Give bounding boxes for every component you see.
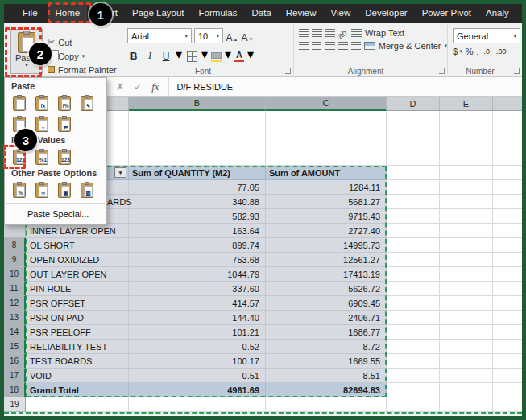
number-format-combo[interactable]: General▾	[453, 28, 520, 43]
paste-formulas-icon[interactable]: fx	[32, 94, 52, 112]
align-center-icon[interactable]	[312, 42, 321, 50]
borders-button[interactable]	[185, 47, 198, 62]
cell[interactable]	[440, 282, 493, 296]
paste-formatting-icon[interactable]: %	[10, 181, 29, 199]
cell[interactable]	[440, 325, 493, 340]
font-family-combo[interactable]: Arial▾	[127, 28, 192, 43]
insert-function-icon[interactable]: fx	[151, 80, 159, 93]
cell[interactable]	[387, 282, 440, 296]
cell-label[interactable]: TEST BOARDS	[26, 354, 129, 369]
format-painter-button[interactable]: Format Painter	[48, 64, 117, 76]
font-size-combo[interactable]: 10▾	[194, 28, 223, 43]
tab-analy[interactable]: Analy	[478, 4, 516, 23]
cell-label[interactable]: INNER LAYER OPEN	[26, 224, 129, 238]
cell-label[interactable]: OPEN OXIDIZED	[26, 253, 129, 267]
italic-button[interactable]: I	[143, 47, 156, 62]
cell-quantity[interactable]: 337.60	[129, 282, 266, 296]
underline-button[interactable]: U	[159, 47, 172, 62]
cell[interactable]	[387, 340, 440, 354]
cell[interactable]	[387, 311, 440, 325]
paste-special-item[interactable]: Paste Special...	[5, 206, 106, 222]
align-bottom-icon[interactable]	[325, 29, 335, 37]
cell-quantity[interactable]: 899.74	[129, 238, 266, 253]
grow-font-button[interactable]: A▲	[226, 29, 238, 43]
cell[interactable]	[493, 383, 522, 397]
cell[interactable]	[387, 325, 440, 340]
align-middle-icon[interactable]	[312, 29, 322, 37]
cell[interactable]	[493, 311, 522, 325]
paste-values-number-formatting-icon[interactable]: %1	[32, 148, 52, 166]
tab-review[interactable]: Review	[279, 4, 324, 23]
chevron-down-icon[interactable]: ▾	[213, 33, 219, 39]
cell-label[interactable]: PSR ON PAD	[26, 311, 129, 325]
cell-quantity[interactable]: 340.88	[129, 195, 266, 209]
row-header[interactable]: 18	[4, 383, 26, 397]
underline-caret-icon[interactable]: ▾	[176, 47, 182, 62]
font-dialog-launcher-icon[interactable]	[285, 68, 291, 74]
accounting-format-button[interactable]: $▾	[453, 47, 462, 56]
cell[interactable]	[387, 296, 440, 311]
tab-power-pivot[interactable]: Power Pivot	[415, 4, 478, 23]
cell-label[interactable]: RELIABILITY TEST	[26, 340, 129, 354]
cell[interactable]	[440, 267, 493, 282]
cell-amount[interactable]: 82694.83	[266, 383, 387, 397]
cell[interactable]	[387, 224, 440, 238]
row-header[interactable]: 14	[4, 325, 26, 340]
row-header[interactable]: 11	[4, 282, 26, 296]
cell-quantity[interactable]: 77.05	[129, 180, 266, 195]
cell-label[interactable]: OL SHORT	[26, 238, 129, 253]
cell[interactable]	[387, 195, 440, 209]
copy-button[interactable]: Copy ▾	[48, 50, 117, 62]
paste-dropdown-caret-icon[interactable]: ▾	[25, 63, 28, 68]
font-color-caret-icon[interactable]: ▾	[247, 47, 254, 62]
cell-amount[interactable]: 1686.77	[266, 325, 387, 340]
cell-quantity[interactable]: 4961.69	[129, 383, 266, 397]
cell[interactable]	[387, 397, 440, 412]
paste-formulas-number-formatting-icon[interactable]: f%	[55, 94, 74, 112]
decrease-indent-icon[interactable]	[338, 42, 348, 50]
cell-amount[interactable]: 5626.72	[266, 282, 387, 296]
decrease-decimal-button[interactable]: .00	[495, 47, 508, 56]
increase-decimal-button[interactable]: .0	[482, 47, 491, 56]
cell-label[interactable]: OUT LAYER OPEN	[26, 267, 129, 282]
cell[interactable]	[387, 180, 440, 195]
cell-quantity[interactable]: 753.68	[129, 253, 266, 267]
cell-quantity[interactable]: 101.21	[129, 325, 266, 340]
tab-data[interactable]: Data	[245, 4, 279, 23]
fill-color-caret-icon[interactable]: ▾	[225, 47, 231, 62]
tab-view[interactable]: View	[324, 4, 358, 23]
cell[interactable]	[493, 180, 522, 195]
row-header[interactable]	[4, 224, 26, 238]
paste-values-source-formatting-icon[interactable]: 123	[55, 148, 74, 166]
cell[interactable]	[493, 354, 522, 369]
cell-quantity[interactable]: 0.51	[129, 369, 266, 383]
tab-page-layout[interactable]: Page Layout	[125, 4, 192, 23]
cancel-icon[interactable]: ✗	[116, 81, 124, 93]
increase-indent-icon[interactable]	[351, 42, 361, 50]
cut-button[interactable]: ✂ Cut	[48, 36, 117, 48]
shrink-font-button[interactable]: A▼	[241, 29, 254, 43]
cell[interactable]	[440, 369, 493, 383]
font-color-button[interactable]: A	[234, 47, 244, 62]
cell-amount[interactable]: 17413.19	[266, 267, 387, 282]
fill-color-button[interactable]	[211, 47, 222, 62]
row-header[interactable]: 10	[4, 267, 26, 282]
row-header[interactable]: 13	[4, 311, 26, 325]
cell[interactable]	[440, 209, 493, 224]
paste-keep-column-widths-icon[interactable]: ↔	[32, 115, 52, 133]
percent-style-button[interactable]: %	[466, 47, 474, 56]
paste-picture-icon[interactable]: ▣	[55, 181, 74, 199]
cell[interactable]	[493, 369, 522, 383]
paste-keep-source-formatting-icon[interactable]: ✎	[77, 94, 97, 112]
cell-quantity[interactable]: 582.93	[129, 209, 266, 224]
cell[interactable]	[440, 340, 493, 354]
column-header-e[interactable]: E	[440, 97, 493, 111]
row-header[interactable]: 12	[4, 296, 26, 311]
cell[interactable]	[440, 354, 493, 369]
cell[interactable]	[493, 267, 522, 282]
cell[interactable]	[440, 180, 493, 195]
borders-caret-icon[interactable]: ▾	[201, 47, 208, 62]
cell-label[interactable]: VOID	[26, 369, 129, 383]
cell-label[interactable]: PIN HOLE	[26, 282, 129, 296]
cell-amount[interactable]: 2406.71	[266, 311, 387, 325]
